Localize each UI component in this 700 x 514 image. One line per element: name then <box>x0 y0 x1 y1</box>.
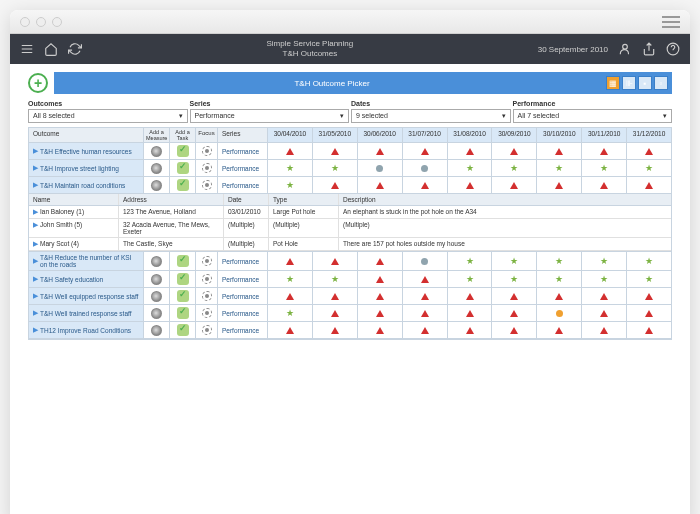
add-button[interactable]: + <box>28 73 48 93</box>
sub-col-address[interactable]: Address <box>119 194 224 205</box>
add-task-cell[interactable] <box>170 271 196 287</box>
col-date[interactable]: 30/06/2010 <box>358 128 403 142</box>
add-task-cell[interactable] <box>170 288 196 304</box>
add-measure-cell[interactable] <box>144 160 170 176</box>
menu-icon[interactable] <box>662 16 680 28</box>
hamburger-icon[interactable] <box>20 42 34 56</box>
expand-icon[interactable]: ▶ <box>33 164 38 172</box>
focus-cell[interactable] <box>196 288 218 304</box>
filter-series[interactable]: Performance▾ <box>190 109 350 123</box>
home-icon[interactable] <box>44 42 58 56</box>
max-dot[interactable] <box>52 17 62 27</box>
col-date[interactable]: 30/11/2010 <box>582 128 627 142</box>
series-cell[interactable]: Performance <box>218 160 268 176</box>
outcome-cell[interactable]: ▶T&H Effective human resources <box>29 143 144 159</box>
green-star-icon: ★ <box>510 163 518 173</box>
help-icon[interactable] <box>666 42 680 56</box>
focus-cell[interactable] <box>196 305 218 321</box>
view-btn-4[interactable]: ▫ <box>654 76 668 90</box>
outcome-cell[interactable]: ▶T&H Safety education <box>29 271 144 287</box>
col-date[interactable]: 30/04/2010 <box>268 128 313 142</box>
add-measure-cell[interactable] <box>144 143 170 159</box>
col-date[interactable]: 31/08/2010 <box>448 128 493 142</box>
focus-cell[interactable] <box>196 177 218 193</box>
add-measure-cell[interactable] <box>144 177 170 193</box>
red-triangle-icon <box>600 327 608 334</box>
outcome-cell[interactable]: ▶T&H Well trained response staff <box>29 305 144 321</box>
series-cell[interactable]: Performance <box>218 252 268 270</box>
green-star-icon: ★ <box>286 163 294 173</box>
series-cell[interactable]: Performance <box>218 305 268 321</box>
col-date[interactable]: 31/12/2010 <box>627 128 671 142</box>
series-cell[interactable]: Performance <box>218 177 268 193</box>
filter-dates[interactable]: 9 selected▾ <box>351 109 511 123</box>
col-date[interactable]: 31/05/2010 <box>313 128 358 142</box>
col-date[interactable]: 30/09/2010 <box>492 128 537 142</box>
series-cell[interactable]: Performance <box>218 143 268 159</box>
col-task[interactable]: Add a Task <box>170 128 196 142</box>
sub-col-name[interactable]: Name <box>29 194 119 205</box>
expand-icon[interactable]: ▶ <box>33 240 38 247</box>
focus-cell[interactable] <box>196 160 218 176</box>
expand-icon[interactable]: ▶ <box>33 309 38 317</box>
share-icon[interactable] <box>642 42 656 56</box>
col-focus[interactable]: Focus <box>196 128 218 142</box>
sub-col-desc[interactable]: Description <box>339 194 671 205</box>
col-date[interactable]: 30/10/2010 <box>537 128 582 142</box>
view-btn-2[interactable]: ⊪ <box>622 76 636 90</box>
sub-col-type[interactable]: Type <box>269 194 339 205</box>
col-series[interactable]: Series <box>218 128 268 142</box>
expand-icon[interactable]: ▶ <box>33 257 38 265</box>
add-measure-cell[interactable] <box>144 322 170 338</box>
series-cell[interactable]: Performance <box>218 288 268 304</box>
outcome-cell[interactable]: ▶T&H Reduce the number of KSI on the roa… <box>29 252 144 270</box>
outcome-cell[interactable]: ▶T&H Improve street lighting <box>29 160 144 176</box>
focus-cell[interactable] <box>196 322 218 338</box>
add-task-cell[interactable] <box>170 160 196 176</box>
outcome-cell[interactable]: ▶T&H Maintain road conditions <box>29 177 144 193</box>
filter-outcomes[interactable]: All 8 selected▾ <box>28 109 188 123</box>
add-measure-cell[interactable] <box>144 305 170 321</box>
outcome-row: ▶T&H Improve street lightingPerformance★… <box>29 160 671 177</box>
add-task-cell[interactable] <box>170 322 196 338</box>
close-dot[interactable] <box>20 17 30 27</box>
add-task-cell[interactable] <box>170 143 196 159</box>
outcome-cell[interactable]: ▶T&H Well equipped response staff <box>29 288 144 304</box>
col-date[interactable]: 31/07/2010 <box>403 128 448 142</box>
sub-name[interactable]: ▶Ian Baloney (1) <box>29 206 119 218</box>
check-icon <box>177 307 189 319</box>
series-cell[interactable]: Performance <box>218 271 268 287</box>
outcome-cell[interactable]: ▶TH12 Improve Road Conditions <box>29 322 144 338</box>
refresh-icon[interactable] <box>68 42 82 56</box>
focus-cell[interactable] <box>196 252 218 270</box>
filter-performance[interactable]: All 7 selected▾ <box>513 109 673 123</box>
red-triangle-icon <box>331 327 339 334</box>
add-task-cell[interactable] <box>170 252 196 270</box>
expand-icon[interactable]: ▶ <box>33 208 38 215</box>
sub-name[interactable]: ▶Mary Scot (4) <box>29 238 119 250</box>
expand-icon[interactable]: ▶ <box>33 275 38 283</box>
add-measure-cell[interactable] <box>144 252 170 270</box>
expand-icon[interactable]: ▶ <box>33 181 38 189</box>
expand-icon[interactable]: ▶ <box>33 147 38 155</box>
focus-cell[interactable] <box>196 271 218 287</box>
col-outcome[interactable]: Outcome <box>29 128 144 142</box>
value-cell <box>268 322 313 338</box>
min-dot[interactable] <box>36 17 46 27</box>
add-task-cell[interactable] <box>170 305 196 321</box>
user-icon[interactable] <box>618 42 632 56</box>
value-cell: ★ <box>268 305 313 321</box>
expand-icon[interactable]: ▶ <box>33 292 38 300</box>
view-btn-1[interactable]: ▦ <box>606 76 620 90</box>
focus-cell[interactable] <box>196 143 218 159</box>
sub-name[interactable]: ▶John Smith (5) <box>29 219 119 237</box>
view-btn-3[interactable]: ▪ <box>638 76 652 90</box>
add-task-cell[interactable] <box>170 177 196 193</box>
sub-col-date[interactable]: Date <box>224 194 269 205</box>
series-cell[interactable]: Performance <box>218 322 268 338</box>
add-measure-cell[interactable] <box>144 271 170 287</box>
col-measure[interactable]: Add a Measure <box>144 128 170 142</box>
add-measure-cell[interactable] <box>144 288 170 304</box>
expand-icon[interactable]: ▶ <box>33 326 38 334</box>
expand-icon[interactable]: ▶ <box>33 221 38 228</box>
